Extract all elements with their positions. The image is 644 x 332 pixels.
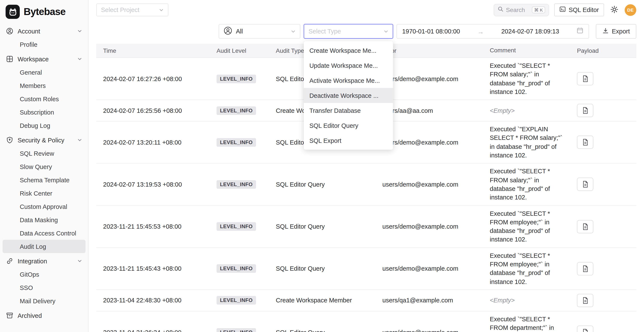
search-input[interactable]: Search ⌘ K xyxy=(494,4,549,16)
sidebar-item-mail-delivery[interactable]: Mail Delivery xyxy=(2,294,86,308)
actor-filter-select[interactable]: All xyxy=(219,24,300,39)
sidebar-item-audit-log[interactable]: Audit Log xyxy=(2,240,86,253)
level-badge: LEVEL_INFO xyxy=(216,328,256,332)
type-filter-select[interactable]: Select Type Create Workspace Me... Updat… xyxy=(304,24,393,39)
section-label: Account xyxy=(18,28,40,34)
user-avatar[interactable]: DE xyxy=(625,4,636,16)
document-icon xyxy=(582,297,588,304)
document-icon xyxy=(582,265,588,272)
user-circle-icon xyxy=(224,26,232,37)
actor-filter-value: All xyxy=(236,28,243,35)
section-label: Archived xyxy=(18,312,42,319)
cell-payload xyxy=(569,262,632,275)
table-row: 2023-11-21 15:45:43 +08:00 LEVEL_INFO SQ… xyxy=(96,248,636,290)
cell-comment: Executed `"SELECT * FROM employee;"` in … xyxy=(490,251,569,286)
level-badge: LEVEL_INFO xyxy=(216,296,256,305)
search-placeholder: Search xyxy=(506,6,525,13)
sidebar: Bytebase Account Profile Workspa xyxy=(0,0,88,332)
view-payload-button[interactable] xyxy=(577,72,593,85)
sidebar-item-custom-roles[interactable]: Custom Roles xyxy=(2,92,86,106)
cell-audit-level: LEVEL_INFO xyxy=(216,328,276,332)
cell-audit-level: LEVEL_INFO xyxy=(216,138,276,147)
sidebar-item-sql-review[interactable]: SQL Review xyxy=(2,147,86,160)
type-filter-dropdown: Create Workspace Me... Update Workspace … xyxy=(304,41,393,150)
sidebar-item-gitops[interactable]: GitOps xyxy=(2,268,86,281)
topbar: Select Project Search ⌘ K xyxy=(88,0,644,20)
cell-audit-level: LEVEL_INFO xyxy=(216,264,276,273)
cell-audit-type: SQL Editor Query xyxy=(276,329,382,332)
cell-audit-level: LEVEL_INFO xyxy=(216,296,276,305)
sidebar-section-account[interactable]: Account xyxy=(2,24,86,38)
chevron-down-icon xyxy=(159,7,164,12)
date-range-picker[interactable]: 1970-01-01 08:00:00 → 2024-02-07 18:09:1… xyxy=(396,24,589,39)
sidebar-item-debug-log[interactable]: Debug Log xyxy=(2,119,86,132)
archive-icon xyxy=(6,312,13,319)
sidebar-item-members[interactable]: Members xyxy=(2,79,86,92)
sidebar-item-subscription[interactable]: Subscription xyxy=(2,106,86,119)
level-badge: LEVEL_INFO xyxy=(216,138,256,147)
sidebar-item-sso[interactable]: SSO xyxy=(2,281,86,294)
sidebar-item-custom-approval[interactable]: Custom Approval xyxy=(2,200,86,213)
sidebar-item-risk-center[interactable]: Risk Center xyxy=(2,186,86,200)
sidebar-item-schema-template[interactable]: Schema Template xyxy=(2,173,86,186)
sidebar-section-workspace[interactable]: Workspace xyxy=(2,52,86,66)
cell-actor: users/demo@example.com xyxy=(382,75,490,82)
menu-item[interactable]: Transfer Database xyxy=(304,103,393,118)
topbar-right: Search ⌘ K SQL Editor xyxy=(494,3,636,16)
column-header-time: Time xyxy=(96,47,216,54)
project-select[interactable]: Select Project xyxy=(96,3,168,16)
menu-item[interactable]: SQL Editor Query xyxy=(304,118,393,133)
menu-item[interactable]: Update Workspace Me... xyxy=(304,58,393,73)
view-payload-button[interactable] xyxy=(577,294,593,307)
cell-audit-type: Create Workspace Member xyxy=(276,297,382,304)
chevron-down-icon xyxy=(291,29,296,34)
chevron-down-icon xyxy=(77,29,82,33)
level-badge: LEVEL_INFO xyxy=(216,180,256,189)
view-payload-button[interactable] xyxy=(577,104,593,117)
menu-item[interactable]: SQL Export xyxy=(304,133,393,148)
view-payload-button[interactable] xyxy=(577,136,593,149)
filter-bar: All Select Type Create Workspace Me... U… xyxy=(88,20,644,44)
sidebar-item-profile[interactable]: Profile xyxy=(2,38,86,51)
cell-time: 2023-11-21 15:45:43 +08:00 xyxy=(96,265,216,272)
cell-audit-level: LEVEL_INFO xyxy=(216,180,276,189)
cell-time: 2024-02-07 16:27:26 +08:00 xyxy=(96,75,216,82)
table-row: 2023-11-04 21:26:34 +08:00 LEVEL_INFO SQ… xyxy=(96,312,636,332)
page: Bytebase Account Profile Workspa xyxy=(0,0,644,332)
search-icon xyxy=(497,6,503,14)
column-header-audit-level: Audit Level xyxy=(216,47,276,54)
cell-comment: Executed `"SELECT * FROM employee;"` in … xyxy=(490,209,569,244)
view-payload-button[interactable] xyxy=(577,178,593,191)
menu-item[interactable]: Activate Workspace Me... xyxy=(304,73,393,88)
cell-payload xyxy=(569,178,632,191)
sidebar-item-data-access-control[interactable]: Data Access Control xyxy=(2,226,86,240)
cell-time: 2024-02-07 16:25:56 +08:00 xyxy=(96,107,216,114)
chevron-down-icon xyxy=(384,29,388,34)
sidebar-section-security-policy[interactable]: Security & Policy xyxy=(2,133,86,147)
cell-payload xyxy=(569,136,632,149)
view-payload-button[interactable] xyxy=(577,326,593,332)
view-payload-button[interactable] xyxy=(577,262,593,275)
column-header-payload: Payload xyxy=(569,47,632,54)
sidebar-item-slow-query[interactable]: Slow Query xyxy=(2,160,86,173)
sql-editor-button[interactable]: SQL Editor xyxy=(554,3,604,16)
chevron-down-icon xyxy=(77,57,82,61)
chevron-down-icon xyxy=(77,259,82,263)
level-badge: LEVEL_INFO xyxy=(216,106,256,115)
menu-item[interactable]: Create Workspace Me... xyxy=(304,43,393,58)
sidebar-item-data-masking[interactable]: Data Masking xyxy=(2,213,86,226)
document-icon xyxy=(582,329,588,332)
view-payload-button[interactable] xyxy=(577,220,593,233)
brand-name: Bytebase xyxy=(24,6,66,17)
sidebar-section-integration[interactable]: Integration xyxy=(2,254,86,268)
cell-actor: users/demo@example.com xyxy=(382,329,490,332)
document-icon xyxy=(582,181,588,188)
sidebar-item-general[interactable]: General xyxy=(2,66,86,79)
brand-logo[interactable]: Bytebase xyxy=(0,2,88,23)
main-area: Select Project Search ⌘ K xyxy=(88,0,644,332)
menu-item-highlighted[interactable]: Deactivate Workspace ... xyxy=(304,88,393,103)
cell-comment: <Empty> xyxy=(490,106,569,115)
sidebar-section-archived[interactable]: Archived xyxy=(2,309,86,322)
settings-button[interactable] xyxy=(609,4,620,16)
export-button[interactable]: Export xyxy=(596,24,636,39)
